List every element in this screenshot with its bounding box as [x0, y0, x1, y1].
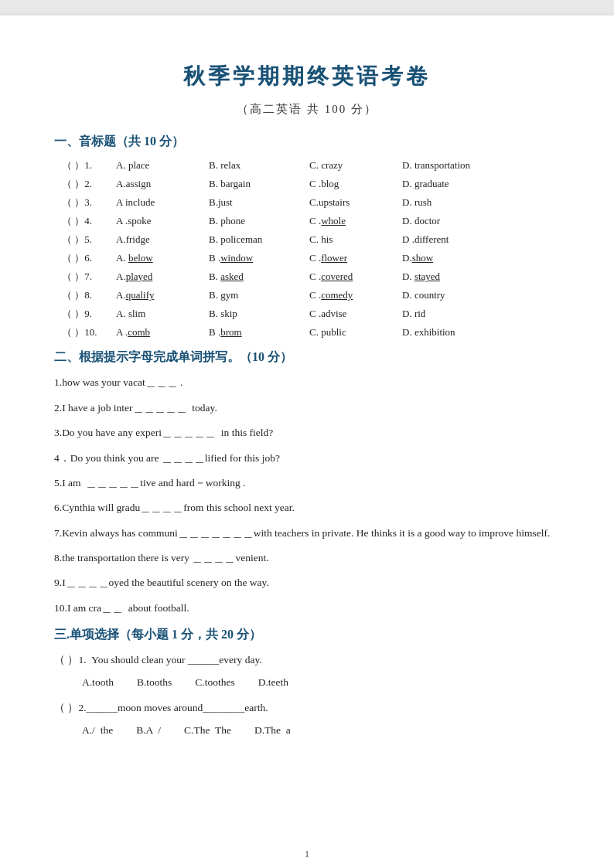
- table-row: （ ）2. A.assign B. bargain C .blog D. gra…: [62, 175, 560, 193]
- single-choice-section: （ ）1. You should clean your ______every …: [54, 649, 560, 740]
- list-item: 7.Kevin always has communi＿＿＿＿＿＿＿with te…: [54, 523, 560, 544]
- underline-word: comedy: [321, 289, 353, 301]
- option-c: C.upstairs: [309, 193, 402, 212]
- option-a: A.fridge: [116, 230, 209, 249]
- list-item: 6.Cynthia will gradu＿＿＿＿from this school…: [54, 497, 560, 519]
- table-row: （ ）7. A.played B. asked C .covered D. st…: [62, 267, 560, 286]
- option-c: C .flower: [309, 249, 402, 267]
- option-b: B. relax: [209, 156, 309, 175]
- row-num: （ ）5.: [62, 230, 116, 249]
- list-item: 9.I＿＿＿＿oyed the beautiful scenery on the…: [54, 572, 560, 594]
- option-b: B. skip: [209, 305, 309, 323]
- option-b: B.A /: [136, 720, 161, 740]
- list-item: （ ）2.______moon moves around________eart…: [54, 697, 560, 718]
- underline-word: comb: [128, 326, 150, 338]
- option-a: A.tooth: [82, 672, 114, 693]
- table-row: （ ）9. A. slim B. skip C .advise D. rid: [62, 305, 560, 323]
- option-a: A .comb: [116, 323, 209, 342]
- option-d: D.The a: [254, 720, 291, 740]
- table-row: （ ）6. A. below B .window C .flower D.sho…: [62, 249, 560, 267]
- list-item: 1.how was your vacat＿＿＿ .: [54, 372, 560, 393]
- underline-word: flower: [321, 252, 347, 264]
- options-row: A.tooth B.tooths C.toothes D.teeth: [54, 672, 560, 693]
- option-a: A./ the: [82, 720, 113, 740]
- underline-word: whole: [321, 215, 346, 226]
- row-num: （ ）6.: [62, 249, 116, 267]
- option-d: D. graduate: [402, 175, 449, 193]
- option-a: A. below: [116, 249, 209, 267]
- underline-word: played: [126, 271, 153, 282]
- option-b: B.just: [209, 193, 309, 212]
- option-c: C. public: [309, 323, 402, 342]
- row-num: （ ）3.: [62, 193, 116, 212]
- table-row: （ ）5. A.fridge B. policeman C. his D .di…: [62, 230, 560, 249]
- table-row: （ ）10. A .comb B .brom C. public D. exhi…: [62, 323, 560, 342]
- option-c: C .comedy: [309, 286, 402, 305]
- option-b: B .window: [209, 249, 309, 267]
- list-item: （ ）1. You should clean your ______every …: [54, 649, 560, 670]
- question-num: （ ）2.______moon moves around________eart…: [54, 702, 268, 713]
- option-c: C .advise: [309, 305, 402, 323]
- underline-word: stayed: [414, 271, 440, 282]
- row-num: （ ）9.: [62, 305, 116, 323]
- table-row: （ ）3. A include B.just C.upstairs D. rus…: [62, 193, 560, 212]
- row-num: （ ）1.: [62, 156, 116, 175]
- option-a: A.assign: [116, 175, 209, 193]
- row-num: （ ）10.: [62, 323, 116, 342]
- option-b: B. gym: [209, 286, 309, 305]
- option-c: C. his: [309, 230, 402, 249]
- section1-title: 一、音标题（共 10 分）: [54, 134, 560, 150]
- table-row: （ ）8. A.qualify B. gym C .comedy D. coun…: [62, 286, 560, 305]
- list-item: 4．Do you think you are ＿＿＿＿lified for th…: [54, 448, 560, 469]
- option-b: B. asked: [209, 267, 309, 286]
- phonetics-grid: （ ）1. A. place B. relax C. crazy D. tran…: [54, 156, 560, 342]
- option-d: D.teeth: [258, 672, 288, 693]
- option-d: D .different: [402, 230, 449, 249]
- underline-word: qualify: [126, 289, 155, 301]
- question-num: （ ）1. You should clean your ______every …: [54, 654, 262, 665]
- option-d: D. rid: [402, 305, 425, 323]
- option-d: D. transportation: [402, 156, 470, 175]
- option-a: A. slim: [116, 305, 209, 323]
- list-item: 5.I am ＿＿＿＿＿tive and hard－working .: [54, 472, 560, 494]
- option-a: A. place: [116, 156, 209, 175]
- page-subtitle: （高二英语 共 100 分）: [54, 102, 560, 117]
- option-c: C .whole: [309, 212, 402, 230]
- option-c: C .covered: [309, 267, 402, 286]
- page-title: 秋季学期期终英语考卷: [54, 62, 560, 91]
- row-num: （ ）8.: [62, 286, 116, 305]
- row-num: （ ）4.: [62, 212, 116, 230]
- section2-title: 二、根据提示字母完成单词拼写。（10 分）: [54, 349, 560, 366]
- option-b: B.tooths: [137, 672, 172, 693]
- underline-word: window: [220, 252, 253, 264]
- option-a: A include: [116, 193, 209, 212]
- option-b: B. policeman: [209, 230, 309, 249]
- underline-word: brom: [220, 326, 241, 338]
- underline-word: show: [412, 252, 433, 264]
- list-item: 10.I am cra＿＿ about football.: [54, 597, 560, 619]
- option-d: D. doctor: [402, 212, 440, 230]
- option-a: A.qualify: [116, 286, 209, 305]
- exam-page: 秋季学期期终英语考卷 （高二英语 共 100 分） 一、音标题（共 10 分） …: [0, 15, 614, 868]
- option-a: A .spoke: [116, 212, 209, 230]
- table-row: （ ）4. A .spoke B. phone C .whole D. doct…: [62, 212, 560, 230]
- underline-word: asked: [220, 271, 244, 282]
- option-a: A.played: [116, 267, 209, 286]
- option-c: C .blog: [309, 175, 402, 193]
- option-c: C.The The: [184, 720, 231, 740]
- option-d: D. rush: [402, 193, 432, 212]
- option-b: B. bargain: [209, 175, 309, 193]
- option-b: B. phone: [209, 212, 309, 230]
- page-number: 1: [54, 848, 560, 860]
- option-c: C.toothes: [195, 672, 234, 693]
- row-num: （ ）7.: [62, 267, 116, 286]
- options-row: A./ the B.A / C.The The D.The a: [54, 720, 560, 740]
- option-c: C. crazy: [309, 156, 402, 175]
- option-b: B .brom: [209, 323, 309, 342]
- list-item: 2.I have a job inter＿＿＿＿＿ today.: [54, 397, 560, 419]
- row-num: （ ）2.: [62, 175, 116, 193]
- section3-title: 三.单项选择（每小题 1 分，共 20 分）: [54, 627, 560, 643]
- option-d: D. exhibition: [402, 323, 455, 342]
- underline-word: covered: [321, 271, 353, 282]
- option-d: D. country: [402, 286, 445, 305]
